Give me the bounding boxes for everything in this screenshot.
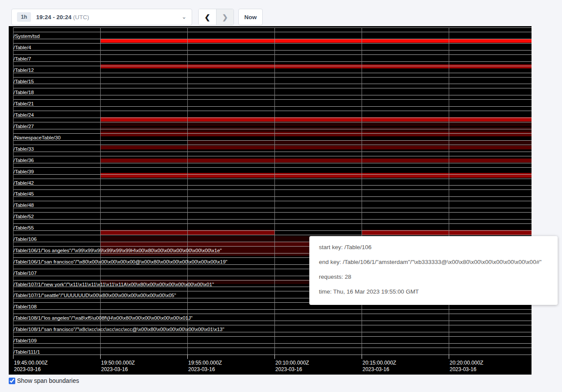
span-boundary-line [13,54,532,55]
span-boundary-line [13,321,532,321]
tooltip-start-key: start key: /Table/106 [319,240,548,255]
span-boundary-line [13,179,532,179]
span-boundary-line [13,32,532,32]
span-heat-band[interactable] [100,122,532,127]
span-boundary-line [13,355,532,355]
span-boundary-line [13,106,532,107]
key-visualizer-canvas[interactable]: /System/tsd/Table/4/Table/7/Table/12/Tab… [9,26,532,375]
span-boundary-line [13,223,532,224]
span-boundary-line [13,99,532,100]
span-boundary-line [13,208,532,208]
time-column-line [362,27,362,355]
span-boundary-line [13,325,532,325]
span-key-label: /Table/15 [14,79,34,84]
span-boundary-line [13,61,532,62]
span-key-label: /Table/48 [14,203,34,208]
span-boundary-line [13,27,532,28]
span-boundary-line [13,201,532,201]
span-boundary-line [13,118,532,118]
footer-controls: Show span boundaries [9,377,79,384]
chevron-down-icon: ⌄ [182,15,186,19]
time-column-line [449,27,449,355]
time-toolbar: 1h 19:24 - 20:24 (UTC) ⌄ ❮ ❯ Now [11,9,263,25]
span-key-label: /Table/106/1/"los angeles"/"\x99\x99\x99… [14,248,222,253]
span-key-label: /Table/52 [14,214,34,219]
tooltip-end-key: end key: /Table/106/1/"amsterdam"/"\xb33… [319,255,548,270]
span-key-label: /Table/7 [14,56,31,61]
time-range-label: 19:24 - 20:24 (UTC) [36,14,89,20]
time-column-line [274,27,275,355]
span-key-label: /Table/39 [14,169,34,174]
span-boundary-line [13,111,532,111]
tooltip-requests: requests: 28 [319,270,548,284]
span-boundary-line [13,122,532,122]
span-key-label: /Table/106 [14,237,37,242]
span-key-label: /Table/4 [14,45,31,50]
span-key-label: /Table/45 [14,191,34,196]
span-boundary-line [13,156,532,156]
span-boundary-line [13,77,532,78]
next-range-button[interactable]: ❯ [216,9,234,25]
span-heat-band[interactable] [100,145,532,149]
time-column-line [187,27,188,355]
span-boundary-line [13,95,532,95]
span-boundary-line [13,88,532,88]
span-key-label: /Table/27 [14,124,34,129]
span-boundary-line [13,145,532,145]
span-boundary-line [13,309,532,310]
axis-tick [449,355,449,359]
span-key-label: /Table/55 [14,225,34,230]
span-key-label: /Table/42 [14,180,34,186]
span-key-label: /Table/21 [14,101,34,106]
span-boundary-line [13,43,532,44]
show-span-boundaries-checkbox[interactable] [9,378,15,384]
span-key-label: /Table/108/1/"san francisco"/"\x8c\xcc\x… [14,327,224,332]
span-boundary-line [13,196,532,197]
time-column-line [100,27,101,355]
span-boundary-line [13,163,532,163]
span-key-label: /Table/24 [14,112,34,118]
span-key-label: /System/tsd [14,34,40,39]
span-boundary-line [13,73,532,73]
span-heat-band[interactable] [100,64,532,68]
span-key-label: /Table/18 [14,90,34,95]
span-boundary-line [13,66,532,66]
x-axis-label: 20:10:00.000Z2023-03-16 [275,360,309,373]
span-key-label: /Table/36 [14,158,34,163]
span-boundary-line [13,348,532,348]
span-boundary-line [13,185,532,186]
span-boundary-line [13,343,532,344]
x-axis-label: 20:15:00.000Z2023-03-16 [362,360,396,373]
span-boundary-line [13,140,532,141]
span-boundary-line [13,129,532,129]
timezone-label: (UTC) [73,14,89,20]
span-key-label: /Table/108 [14,304,37,309]
span-boundary-line [13,133,532,134]
span-key-label: /Table/33 [14,146,34,152]
span-boundary-line [13,152,532,152]
span-heat-band[interactable] [100,39,532,43]
span-key-label: /Table/108/1/"los angeles"/"\xa8\xf5\u00… [14,315,193,321]
x-axis-label: 19:45:00.000Z2023-03-16 [14,360,47,373]
span-boundary-line [13,39,532,39]
axis-tick [13,355,14,359]
time-range-select[interactable]: 1h 19:24 - 20:24 (UTC) ⌄ [11,9,192,25]
span-boundary-line [13,50,532,51]
span-key-label: /Table/107/1/"seattle"/"UUUUUUD\x00\x80\… [14,293,176,298]
span-boundary-line [13,336,532,337]
span-key-label: /Table/107/1/"new york"/"\x11\x11\x11\x1… [14,282,214,287]
span-key-label: /Table/12 [14,68,34,73]
now-button[interactable]: Now [238,9,263,25]
span-heat-band[interactable] [100,132,532,136]
span-key-label: /Table/109 [14,338,37,343]
span-boundary-line [13,230,532,231]
span-key-label: /Table/107 [14,270,37,276]
x-axis-label: 20:20:00.000Z2023-03-16 [450,360,483,373]
span-boundary-line [13,212,532,213]
prev-range-button[interactable]: ❮ [199,9,216,25]
span-boundary-line [13,84,532,84]
span-heat-band[interactable] [100,173,532,178]
span-heat-band[interactable] [100,159,532,162]
show-span-boundaries-label: Show span boundaries [17,377,79,384]
span-boundary-line [13,174,532,175]
